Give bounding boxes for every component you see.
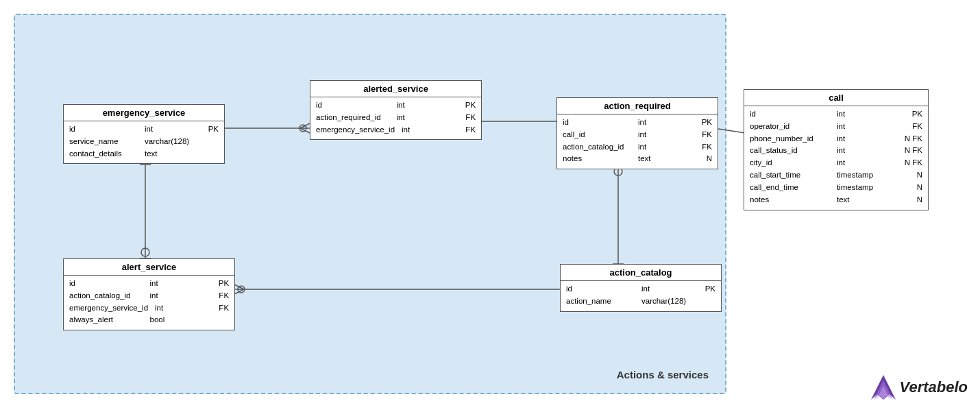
svg-point-12 xyxy=(141,248,149,256)
entity-body-alert-service: id int PK action_catalog_id int FK emerg… xyxy=(64,276,234,330)
entity-call: call id int PK operator_id int FK phone_… xyxy=(744,89,929,210)
vertabelo-logo: Vertabelo xyxy=(871,375,968,400)
entity-action-required: action_required id int PK call_id int FK… xyxy=(556,97,718,169)
svg-point-2 xyxy=(299,125,306,132)
entity-header-emergency-service: emergency_service xyxy=(64,105,224,121)
entity-header-alerted-service: alerted_service xyxy=(310,81,481,97)
table-row: phone_number_id int N FK xyxy=(750,133,922,145)
table-row: id int PK xyxy=(69,123,219,136)
table-row: emergency_service_id int FK xyxy=(316,124,476,136)
svg-line-4 xyxy=(300,128,310,133)
table-row: always_alert bool xyxy=(69,314,229,326)
table-row: id int PK xyxy=(563,117,712,129)
entity-header-action-required: action_required xyxy=(557,98,718,114)
table-row: action_required_id int FK xyxy=(316,112,476,124)
table-row: id int PK xyxy=(316,99,476,112)
table-row: operator_id int FK xyxy=(750,121,922,133)
table-row: call_end_time timestamp N xyxy=(750,182,922,194)
entity-header-action-catalog: action_catalog xyxy=(561,265,721,281)
entity-body-call: id int PK operator_id int FK phone_numbe… xyxy=(744,106,928,210)
entity-alert-service: alert_service id int PK action_catalog_i… xyxy=(63,258,235,330)
entity-header-alert-service: alert_service xyxy=(64,259,234,276)
table-row: city_id int N FK xyxy=(750,157,922,169)
table-row: id int PK xyxy=(69,278,229,290)
connectors-svg xyxy=(15,15,725,393)
svg-line-3 xyxy=(300,123,310,128)
entity-body-emergency-service: id int PK service_name varchar(128) cont… xyxy=(64,121,224,163)
entity-header-call: call xyxy=(744,90,928,106)
svg-line-18 xyxy=(234,289,244,294)
entity-body-action-required: id int PK call_id int FK action_catalog_… xyxy=(557,114,718,169)
vertabelo-logo-icon xyxy=(871,375,896,400)
table-row: id int PK xyxy=(566,283,715,295)
table-row: call_start_time timestamp N xyxy=(750,169,922,182)
table-row: emergency_service_id int FK xyxy=(69,302,229,315)
group-label: Actions & services xyxy=(617,369,709,380)
table-row: service_name varchar(128) xyxy=(69,136,219,148)
table-row: action_name varchar(128) xyxy=(566,295,715,308)
entity-action-catalog: action_catalog id int PK action_name var… xyxy=(560,264,722,312)
entity-alerted-service: alerted_service id int PK action_require… xyxy=(310,80,482,140)
table-row: notes text N xyxy=(750,194,922,206)
entity-emergency-service: emergency_service id int PK service_name… xyxy=(63,104,225,164)
table-row: action_catalog_id int FK xyxy=(563,141,712,154)
svg-point-16 xyxy=(238,286,245,293)
table-row: notes text N xyxy=(563,153,712,165)
vertabelo-logo-text: Vertabelo xyxy=(900,378,968,396)
entity-body-action-catalog: id int PK action_name varchar(128) xyxy=(561,281,721,311)
table-row: call_id int FK xyxy=(563,129,712,141)
entity-body-alerted-service: id int PK action_required_id int FK emer… xyxy=(310,97,481,139)
table-row: contact_details text xyxy=(69,148,219,160)
diagram-area: emergency_service id int PK service_name… xyxy=(14,14,726,394)
svg-line-17 xyxy=(234,284,244,289)
table-row: id int PK xyxy=(750,108,922,121)
table-row: action_catalog_id int FK xyxy=(69,290,229,302)
table-row: call_status_id int N FK xyxy=(750,145,922,157)
